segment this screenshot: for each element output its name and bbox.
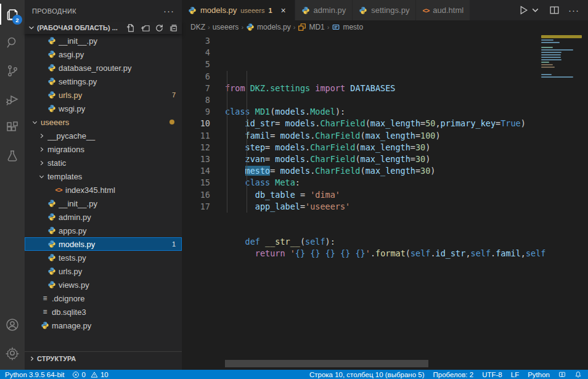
tree-item-views-py[interactable]: views.py: [25, 278, 182, 291]
tree-item--pycache-[interactable]: __pycache__: [25, 129, 182, 142]
settings-gear-icon[interactable]: [0, 339, 25, 367]
code-line-5[interactable]: class MD1(models.Model):: [225, 106, 588, 118]
account-icon[interactable]: [0, 311, 25, 339]
cursor-position-status[interactable]: Строка 10, столбец 10 (выбрано 5): [309, 371, 425, 378]
status-bar: Python 3.9.5 64-bit 0 10 Строка 10, стол…: [0, 370, 588, 379]
editor-more-actions-icon[interactable]: ···: [568, 5, 579, 15]
tree-item-migrations[interactable]: migrations: [25, 142, 182, 156]
line-number-10: 10: [182, 118, 210, 129]
line-number-11: 11: [182, 130, 210, 142]
tree-item-index345-html[interactable]: <>index345.html: [25, 183, 182, 197]
encoding-status[interactable]: UTF-8: [482, 371, 502, 378]
tree-item-asgi-py[interactable]: asgi.py: [25, 47, 182, 61]
tree-item-manage-py[interactable]: manage.py: [25, 319, 182, 332]
source-control-icon[interactable]: [0, 57, 25, 85]
tree-item-tests-py[interactable]: tests.py: [25, 251, 182, 264]
code-line-10[interactable]: mesto= models.CharField(max_length=30): [225, 165, 588, 177]
code-line-16[interactable]: def __str__(self):: [225, 236, 588, 248]
search-icon[interactable]: [0, 28, 25, 57]
run-button[interactable]: [518, 5, 541, 15]
workspace-section-header[interactable]: (РАБОЧАЯ ОБЛАСТЬ) ...: [25, 22, 182, 34]
code-line-12[interactable]: db_table = 'dima': [225, 189, 588, 201]
notifications-bell-icon[interactable]: [574, 371, 582, 378]
indentation-status[interactable]: Пробелов: 2: [433, 371, 474, 378]
tree-item-db-sqlite3[interactable]: ≡db.sqlite3: [25, 305, 182, 319]
tree-item--dcignore[interactable]: ≡.dcignore: [25, 291, 182, 305]
horizontal-scrollbar[interactable]: [225, 360, 428, 367]
extensions-icon[interactable]: [0, 113, 25, 142]
language-mode-status[interactable]: Python: [528, 371, 550, 378]
run-debug-icon[interactable]: [0, 85, 25, 113]
tab-admin-py[interactable]: admin.py: [295, 0, 353, 20]
split-editor-icon[interactable]: [549, 5, 560, 15]
python-file-icon: [39, 321, 51, 330]
eol-status[interactable]: LF: [511, 371, 519, 378]
code-line-4[interactable]: [225, 94, 588, 106]
code-line-6[interactable]: id_str= models.CharField(max_length=50,p…: [225, 118, 588, 129]
tree-item-urls-py[interactable]: urls.py: [25, 264, 182, 278]
breadcrumb-item-md1[interactable]: MD1: [298, 23, 324, 31]
code-line-11[interactable]: class Meta:: [225, 177, 588, 189]
code-line-15[interactable]: [225, 224, 588, 236]
tree-item-static[interactable]: static: [25, 156, 182, 169]
tree-item-wsgi-py[interactable]: wsgi.py: [25, 102, 182, 115]
tree-item-models-py[interactable]: models.py1: [25, 237, 182, 251]
minimap-line: [541, 67, 555, 68]
feedback-icon[interactable]: [558, 371, 566, 378]
breadcrumb-item-models-py[interactable]: models.py: [246, 23, 291, 31]
breadcrumb-item-mesto[interactable]: mesto: [332, 23, 363, 31]
code-line-9[interactable]: zvan= models.CharField(max_length=30): [225, 153, 588, 165]
tree-item-label: wsgi.py: [59, 104, 182, 113]
error-count: 0: [82, 371, 86, 378]
code-line-17[interactable]: return '{} {} {} {} {}'.format(self.id_s…: [225, 248, 588, 259]
code-line-3[interactable]: from DKZ.settings import DATABASES: [225, 83, 588, 94]
python-interpreter-status[interactable]: Python 3.9.5 64-bit: [5, 371, 65, 378]
problems-status[interactable]: 0 10: [72, 371, 108, 378]
tab-models-py[interactable]: models.pyuseeers1×: [182, 0, 295, 20]
problems-count-badge: 7: [172, 91, 176, 99]
explorer-more-actions-icon[interactable]: ···: [163, 6, 174, 16]
minimap[interactable]: [541, 35, 582, 79]
tree-item-templates[interactable]: templates: [25, 169, 182, 183]
close-tab-icon[interactable]: ×: [279, 6, 288, 15]
tree-item--init-py[interactable]: __init__.py: [25, 197, 182, 210]
testing-icon[interactable]: [0, 142, 25, 170]
explorer-icon[interactable]: 2: [0, 0, 25, 28]
new-file-icon[interactable]: [126, 23, 136, 33]
minimap-line: [541, 42, 560, 43]
outline-section-header[interactable]: СТРУКТУРА: [25, 351, 182, 365]
python-file-icon: [46, 50, 57, 59]
breadcrumb-item-useeers[interactable]: useeers: [213, 23, 239, 31]
python-file-icon: [46, 226, 57, 235]
code-line-13[interactable]: app_label='useeers': [225, 201, 588, 213]
breadcrumb-item-dkz[interactable]: DKZ: [190, 23, 205, 31]
tab-aud-html[interactable]: <>aud.html: [416, 0, 470, 20]
chevron-collapsed-icon: [36, 146, 46, 153]
tree-item-label: models.py: [59, 240, 172, 249]
tree-item-urls-py[interactable]: urls.py7: [25, 88, 182, 102]
tree-item-database-roouter-py[interactable]: database_roouter.py: [25, 61, 182, 75]
tab-settings-py[interactable]: settings.py: [353, 0, 416, 20]
line-number-16: 16: [182, 189, 210, 201]
code-line-8[interactable]: step= models.CharField(max_length=30): [225, 142, 588, 153]
code-line-7[interactable]: famil= models.CharField(max_length=100): [225, 130, 588, 142]
refresh-icon[interactable]: [155, 23, 164, 33]
tree-item-settings-py[interactable]: settings.py: [25, 75, 182, 88]
tree-item--init-py[interactable]: __init__.py: [25, 34, 182, 47]
file-file-icon: ≡: [39, 308, 51, 316]
line-number-15: 15: [182, 177, 210, 189]
tree-item-useeers[interactable]: useeers: [25, 115, 182, 129]
tree-item-apps-py[interactable]: apps.py: [25, 224, 182, 237]
sidebar-title: ПРОВОДНИК: [32, 7, 76, 15]
code-line-14[interactable]: [225, 213, 588, 224]
breadcrumb-label: models.py: [257, 23, 291, 31]
outline-label: СТРУКТУРА: [37, 355, 76, 362]
breadcrumb-separator: ›: [293, 23, 296, 31]
new-folder-icon[interactable]: [141, 23, 150, 33]
collapse-all-icon[interactable]: [169, 23, 178, 33]
run-dropdown-chevron-icon[interactable]: [530, 5, 541, 15]
tree-item-admin-py[interactable]: admin.py: [25, 210, 182, 224]
code-area[interactable]: 34567891011121314151617 from DKZ.setting…: [182, 34, 588, 370]
python-icon: [246, 23, 255, 31]
line-number-5: 5: [182, 59, 210, 70]
